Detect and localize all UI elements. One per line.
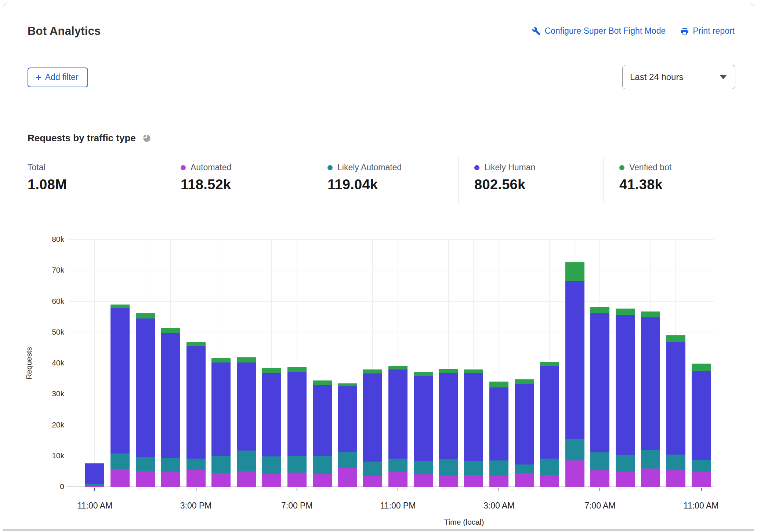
bar-segment-likely-human[interactable] <box>388 369 408 459</box>
bar-segment-likely-human[interactable] <box>616 315 635 455</box>
bar-segment-automated[interactable] <box>464 475 483 487</box>
bar-segment-automated[interactable] <box>287 473 307 487</box>
bar-segment-verified-bot[interactable] <box>565 262 584 281</box>
bar-segment-likely-automated[interactable] <box>489 460 508 475</box>
bar-segment-likely-automated[interactable] <box>666 455 685 470</box>
stacked-bar-hour-14[interactable] <box>439 369 458 487</box>
bar-segment-verified-bot[interactable] <box>237 357 256 362</box>
bar-segment-likely-human[interactable] <box>439 373 458 459</box>
bar-segment-likely-automated[interactable] <box>186 459 206 470</box>
bar-segment-likely-human[interactable] <box>111 308 130 453</box>
bar-segment-automated[interactable] <box>211 473 231 487</box>
bar-segment-likely-automated[interactable] <box>262 456 281 474</box>
bar-segment-verified-bot[interactable] <box>464 369 483 373</box>
bar-segment-likely-human[interactable] <box>85 464 104 484</box>
bar-segment-automated[interactable] <box>111 469 130 487</box>
bar-segment-automated[interactable] <box>85 486 104 487</box>
bar-segment-likely-human[interactable] <box>313 385 332 456</box>
configure-super-bot-fight-mode-link[interactable]: Configure Super Bot Fight Mode <box>532 26 666 36</box>
bar-segment-verified-bot[interactable] <box>287 367 307 372</box>
bar-segment-automated[interactable] <box>439 475 458 487</box>
bar-segment-verified-bot[interactable] <box>641 311 660 317</box>
stacked-bar-hour-0[interactable] <box>85 463 104 487</box>
stacked-bar-hour-24[interactable] <box>692 364 711 487</box>
stacked-bar-hour-9[interactable] <box>313 380 332 487</box>
bar-segment-automated[interactable] <box>414 474 433 487</box>
bar-segment-verified-bot[interactable] <box>186 342 206 346</box>
bar-segment-likely-automated[interactable] <box>590 452 609 470</box>
bar-segment-likely-automated[interactable] <box>616 455 635 472</box>
bar-segment-verified-bot[interactable] <box>590 307 609 313</box>
bar-segment-automated[interactable] <box>590 470 609 487</box>
bar-segment-likely-human[interactable] <box>338 386 357 452</box>
bar-segment-likely-automated[interactable] <box>540 459 559 475</box>
stacked-bar-hour-16[interactable] <box>489 382 508 487</box>
bar-segment-likely-human[interactable] <box>590 313 609 452</box>
bar-segment-likely-human[interactable] <box>692 371 711 460</box>
bar-segment-likely-human[interactable] <box>211 362 231 456</box>
bar-segment-likely-automated[interactable] <box>313 456 332 474</box>
bar-segment-verified-bot[interactable] <box>338 383 357 386</box>
stacked-bar-hour-6[interactable] <box>237 357 256 487</box>
bar-segment-verified-bot[interactable] <box>666 335 685 342</box>
bar-segment-automated[interactable] <box>338 468 357 487</box>
bar-segment-likely-human[interactable] <box>363 374 382 462</box>
bar-segment-verified-bot[interactable] <box>211 358 231 363</box>
bar-segment-likely-automated[interactable] <box>565 439 584 460</box>
bar-segment-verified-bot[interactable] <box>136 313 155 318</box>
bar-segment-automated[interactable] <box>641 469 660 487</box>
bar-segment-likely-automated[interactable] <box>414 461 433 474</box>
bar-segment-likely-human[interactable] <box>287 372 307 456</box>
bar-segment-likely-human[interactable] <box>414 376 433 461</box>
bar-segment-likely-automated[interactable] <box>111 453 130 469</box>
bar-segment-verified-bot[interactable] <box>363 369 382 374</box>
bar-segment-likely-automated[interactable] <box>388 459 408 472</box>
stacked-bar-hour-10[interactable] <box>338 383 357 487</box>
bar-segment-likely-automated[interactable] <box>161 458 180 473</box>
stacked-bar-hour-7[interactable] <box>262 368 281 487</box>
stacked-bar-hour-13[interactable] <box>414 372 433 487</box>
bar-segment-likely-human[interactable] <box>540 366 559 459</box>
bar-segment-likely-automated[interactable] <box>692 460 711 472</box>
bar-segment-likely-automated[interactable] <box>211 456 231 473</box>
bar-segment-likely-automated[interactable] <box>338 452 357 468</box>
bar-segment-likely-automated[interactable] <box>464 461 483 475</box>
bar-segment-automated[interactable] <box>237 471 256 487</box>
bar-segment-verified-bot[interactable] <box>540 362 559 366</box>
bar-segment-automated[interactable] <box>363 476 382 487</box>
bar-segment-automated[interactable] <box>262 474 281 487</box>
bar-segment-verified-bot[interactable] <box>414 372 433 376</box>
bar-segment-automated[interactable] <box>692 472 711 487</box>
bar-segment-verified-bot[interactable] <box>692 364 711 371</box>
bar-segment-likely-human[interactable] <box>666 342 685 455</box>
stacked-bar-hour-11[interactable] <box>363 369 382 487</box>
stacked-bar-hour-15[interactable] <box>464 369 483 487</box>
bar-segment-likely-human[interactable] <box>489 387 508 460</box>
bar-segment-likely-automated[interactable] <box>641 450 660 469</box>
stacked-bar-hour-3[interactable] <box>161 328 180 487</box>
stacked-bar-hour-4[interactable] <box>186 342 206 487</box>
add-filter-button[interactable]: + Add filter <box>28 68 88 87</box>
stacked-bar-hour-22[interactable] <box>641 311 660 487</box>
stacked-bar-hour-19[interactable] <box>565 262 584 487</box>
bar-segment-likely-human[interactable] <box>515 384 534 465</box>
time-range-select[interactable]: Last 24 hours <box>622 65 735 89</box>
bar-segment-verified-bot[interactable] <box>616 309 635 316</box>
stacked-bar-hour-18[interactable] <box>540 362 559 487</box>
bar-segment-likely-automated[interactable] <box>136 457 155 471</box>
bar-segment-likely-automated[interactable] <box>439 459 458 475</box>
bar-segment-verified-bot[interactable] <box>515 379 534 384</box>
bar-segment-verified-bot[interactable] <box>262 368 281 373</box>
stacked-bar-hour-21[interactable] <box>616 309 635 487</box>
bar-segment-verified-bot[interactable] <box>388 366 408 369</box>
bar-segment-likely-automated[interactable] <box>363 462 382 476</box>
stacked-bar-hour-12[interactable] <box>388 366 408 487</box>
bar-segment-likely-human[interactable] <box>237 362 256 450</box>
bar-segment-likely-human[interactable] <box>464 373 483 461</box>
bar-segment-automated[interactable] <box>388 472 408 487</box>
bar-segment-likely-automated[interactable] <box>287 456 307 473</box>
print-report-link[interactable]: Print report <box>680 26 735 36</box>
bar-segment-automated[interactable] <box>489 475 508 487</box>
bar-segment-likely-human[interactable] <box>641 317 660 450</box>
bar-segment-likely-human[interactable] <box>186 346 206 459</box>
